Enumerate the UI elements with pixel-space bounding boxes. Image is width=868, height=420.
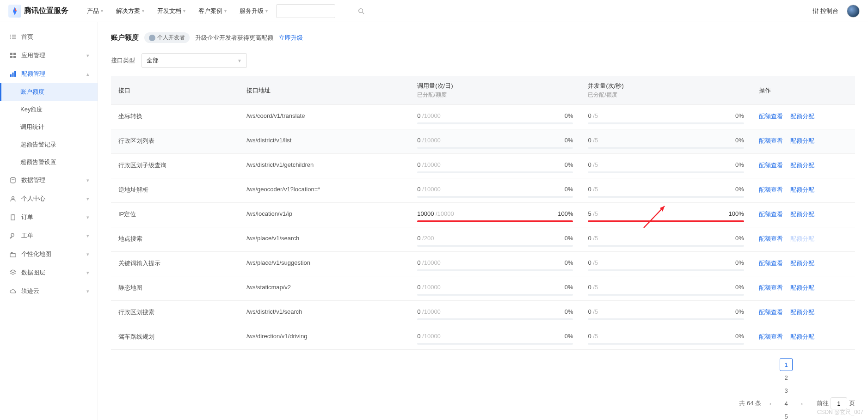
page-next[interactable]: › xyxy=(795,397,808,410)
avatar[interactable] xyxy=(847,5,860,18)
sidebar-item-label: 数据图层 xyxy=(21,268,45,277)
sidebar-subitem[interactable]: 账户额度 xyxy=(0,83,98,101)
nav-item[interactable]: 服务升级▾ xyxy=(240,7,268,15)
cell-api: 行政区划子级查询 xyxy=(111,154,239,178)
sidebar-item[interactable]: 个性化地图▾ xyxy=(0,245,98,263)
sidebar-item-label: 个人中心 xyxy=(21,195,45,203)
main-content: 账户额度 个人开发者 升级企业开发者获得更高配额 立即升级 接口类型 全部 ▼ … xyxy=(98,22,868,420)
quota-view-link[interactable]: 配额查看 xyxy=(759,161,783,170)
quota-assign-link[interactable]: 配额分配 xyxy=(790,112,814,121)
cell-api: 静态地图 xyxy=(111,276,239,301)
quota-view-link[interactable]: 配额查看 xyxy=(759,112,783,121)
table-row: 行政区划搜索/ws/district/v1/search0 /100000%0 … xyxy=(111,301,855,325)
th-api: 接口 xyxy=(118,87,130,94)
brand-block[interactable]: 腾讯位置服务 xyxy=(8,5,68,18)
svg-rect-19 xyxy=(13,56,16,58)
quota-assign-link[interactable]: 配额分配 xyxy=(790,284,814,292)
chevron-down-icon: ▾ xyxy=(86,251,89,257)
page-number[interactable]: 4 xyxy=(780,397,793,410)
sidebar-subitem[interactable]: 调用统计 xyxy=(0,118,98,136)
goto-input[interactable] xyxy=(831,397,847,409)
cell-conc: 5 /5100% xyxy=(580,203,751,227)
nav-item[interactable]: 开发文档▾ xyxy=(157,7,185,15)
chevron-down-icon: ▾ xyxy=(101,8,103,13)
sidebar-item[interactable]: 数据图层▾ xyxy=(0,263,98,282)
svg-rect-18 xyxy=(10,56,12,58)
sidebar-item[interactable]: 首页 xyxy=(0,28,98,46)
quota-assign-link[interactable]: 配额分配 xyxy=(790,333,814,341)
search-input[interactable] xyxy=(280,7,358,14)
page-number[interactable]: 1 xyxy=(780,358,793,371)
chevron-down-icon: ▾ xyxy=(86,270,89,276)
sidebar-item[interactable]: 配额管理▴ xyxy=(0,65,98,83)
console-button[interactable]: 控制台 xyxy=(812,7,838,15)
cell-conc: 0 /50% xyxy=(580,129,751,154)
quota-assign-link[interactable]: 配额分配 xyxy=(790,235,814,243)
cell-usage: 0 /100000% xyxy=(410,252,580,276)
sidebar-subitem[interactable]: Key额度 xyxy=(0,101,98,118)
quota-assign-link[interactable]: 配额分配 xyxy=(790,259,814,268)
table-row: 行政区划子级查询/ws/district/v1/getchildren0 /10… xyxy=(111,154,855,178)
quota-assign-link[interactable]: 配额分配 xyxy=(790,137,814,145)
cloud-icon xyxy=(9,287,17,295)
quota-assign-link[interactable]: 配额分配 xyxy=(790,186,814,194)
page-prev[interactable]: ‹ xyxy=(764,397,777,410)
quota-view-link[interactable]: 配额查看 xyxy=(759,235,783,243)
svg-line-3 xyxy=(363,12,364,14)
quota-view-link[interactable]: 配额查看 xyxy=(759,284,783,292)
page-number[interactable]: 3 xyxy=(780,384,793,397)
th-usage-sub: 已分配/额度 xyxy=(417,91,573,99)
api-type-select[interactable]: 全部 ▼ xyxy=(142,53,247,68)
user-icon xyxy=(9,195,17,202)
page-number[interactable]: 2 xyxy=(780,371,793,384)
table-row: IP定位/ws/location/v1/ip10000 /10000100%5 … xyxy=(111,203,855,227)
nav-label: 解决方案 xyxy=(116,7,140,15)
quota-view-link[interactable]: 配额查看 xyxy=(759,333,783,341)
quota-assign-link[interactable]: 配额分配 xyxy=(790,161,814,170)
sidebar-item[interactable]: 订单▾ xyxy=(0,208,98,226)
upgrade-link[interactable]: 立即升级 xyxy=(279,34,303,42)
page-number[interactable]: 5 xyxy=(780,410,793,420)
cell-conc: 0 /50% xyxy=(580,227,751,252)
table-row: 行政区划列表/ws/district/v1/list0 /100000%0 /5… xyxy=(111,129,855,154)
sidebar-item-label: 个性化地图 xyxy=(21,250,51,258)
map-icon xyxy=(9,250,17,258)
quota-view-link[interactable]: 配额查看 xyxy=(759,259,783,268)
quota-view-link[interactable]: 配额查看 xyxy=(759,137,783,145)
sidebar-item[interactable]: 工单▾ xyxy=(0,226,98,245)
quota-assign-link[interactable]: 配额分配 xyxy=(790,210,814,219)
cell-ops: 配额查看配额分配 xyxy=(751,227,855,252)
chart-icon xyxy=(9,70,17,78)
quota-view-link[interactable]: 配额查看 xyxy=(759,308,783,317)
table-row: 地点搜索/ws/place/v1/search0 /2000%0 /50%配额查… xyxy=(111,227,855,252)
quota-view-link[interactable]: 配额查看 xyxy=(759,186,783,194)
cell-ops: 配额查看配额分配 xyxy=(751,154,855,178)
sidebar-item[interactable]: 数据管理▾ xyxy=(0,171,98,189)
nav-menu: 产品▾解决方案▾开发文档▾客户案例▾服务升级▾ xyxy=(87,7,268,15)
quota-assign-link[interactable]: 配额分配 xyxy=(790,308,814,317)
compass-icon xyxy=(8,5,21,18)
developer-badge: 个人开发者 xyxy=(144,32,190,43)
nav-item[interactable]: 解决方案▾ xyxy=(116,7,144,15)
svg-point-5 xyxy=(813,9,814,11)
sidebar-item[interactable]: 轨迹云▾ xyxy=(0,282,98,300)
sidebar-subitem[interactable]: 超额告警记录 xyxy=(0,136,98,153)
sidebar-item[interactable]: 个人中心▾ xyxy=(0,189,98,208)
th-usage: 调用量(次/日) xyxy=(417,82,453,89)
sidebar-item[interactable]: 应用管理▾ xyxy=(0,46,98,65)
nav-label: 客户案例 xyxy=(198,7,222,15)
th-conc-sub: 已分配/额度 xyxy=(588,91,744,99)
sidebar-item-label: 应用管理 xyxy=(21,51,45,60)
search-box[interactable] xyxy=(276,4,335,18)
chevron-down-icon: ▾ xyxy=(142,8,144,13)
filter-row: 接口类型 全部 ▼ xyxy=(111,53,855,68)
cell-ops: 配额查看配额分配 xyxy=(751,276,855,301)
nav-item[interactable]: 产品▾ xyxy=(87,7,103,15)
sidebar-subitem[interactable]: 超额告警设置 xyxy=(0,153,98,171)
quota-view-link[interactable]: 配额查看 xyxy=(759,210,783,219)
sliders-icon xyxy=(812,8,819,14)
nav-item[interactable]: 客户案例▾ xyxy=(198,7,227,15)
cell-conc: 0 /50% xyxy=(580,178,751,203)
chevron-down-icon: ▾ xyxy=(183,8,185,13)
cell-addr: /ws/coord/v1/translate xyxy=(239,105,410,129)
